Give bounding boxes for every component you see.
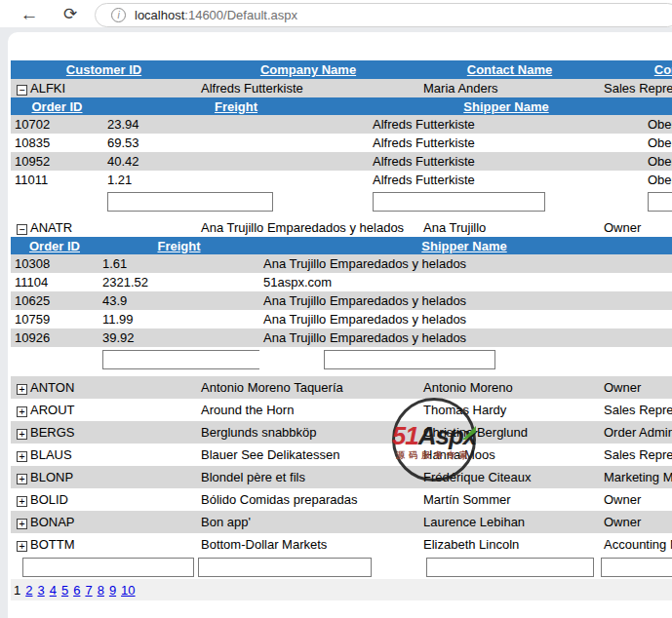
contact-name: Hanna Moos [419,444,600,466]
filter-company-input[interactable] [198,558,372,577]
filter-address-input[interactable] [648,192,672,212]
company-name: Blauer See Delikatessen [197,444,419,466]
order-row: 10702 23.94 Alfreds Futterkiste Obere St… [11,115,672,134]
filter-freight-input[interactable] [102,350,259,369]
customer-id: BOTTM [30,537,75,552]
collapse-icon[interactable]: − [17,85,27,96]
order-row: 11011 1.21 Alfreds Futterkiste Obere Str… [11,171,672,189]
page-link[interactable]: 7 [85,583,92,598]
shipper-name: Ana Trujillo Emparedados y helados [259,291,669,310]
page-link[interactable]: 4 [50,583,57,598]
contact-title: Marketing Manager [600,466,672,488]
site-info-icon[interactable]: i [111,8,126,22]
page-link[interactable]: 3 [37,583,44,598]
table-row: +BERGS Berglunds snabbköp Christina Berg… [11,421,672,444]
contact-name: Laurence Lebihan [419,511,600,533]
page-link[interactable]: 10 [121,583,135,598]
order-row: 10926 39.92 Ana Trujillo Emparedados y h… [11,328,672,347]
order-id: 10835 [11,134,103,152]
refresh-icon[interactable]: ⟳ [57,2,84,27]
orders-grid-alfki: Order ID Freight Shipper Name 10702 23.9… [11,97,672,214]
company-name: Berglunds snabbköp [197,421,419,444]
order-id: 11011 [11,171,103,189]
expand-icon[interactable]: + [17,541,27,552]
collapse-icon[interactable]: − [17,224,27,235]
sort-shipper-name[interactable]: Shipper Name [421,239,506,253]
order-id: 10926 [11,328,99,347]
customer-id: BLONP [30,470,73,484]
expand-icon[interactable]: + [17,496,27,507]
order-id: 10308 [11,254,99,273]
order-id: 10952 [11,152,103,171]
contact-title: Owner [600,376,672,399]
back-icon[interactable]: ← [16,2,43,27]
nested-orders-row: Order ID Freight Shipper Name 10702 23.9… [11,97,672,218]
filter-title-input[interactable] [601,558,672,577]
contact-title: Owner [600,218,672,237]
contact-name: Maria Anders [419,79,600,97]
ship-address: Obere Str. 57 [644,115,672,134]
sort-customer-id[interactable]: Customer ID [66,62,141,77]
shipper-name: Alfreds Futterkiste [369,171,644,189]
freight: 23.94 [103,115,369,134]
contact-title: Sales Representative [600,79,672,97]
company-name: Bottom-Dollar Markets [197,533,419,556]
address-bar[interactable]: i localhost:14600/Default.aspx [95,3,672,27]
order-row: 10308 1.61 Ana Trujillo Emparedados y he… [11,254,672,273]
filter-customer-id-input[interactable] [22,558,194,577]
shipper-name: 51aspx.com [259,273,669,291]
filter-shipper-input[interactable] [373,192,545,212]
sort-contact-name[interactable]: Contact Name [467,62,552,77]
contact-title: Accounting Manager [600,533,672,556]
sort-freight[interactable]: Freight [215,99,257,114]
page-link[interactable]: 2 [25,583,32,598]
expand-icon[interactable]: + [17,384,27,395]
page-link[interactable]: 6 [73,583,80,598]
sort-contact-title[interactable]: Contact Title [654,62,672,77]
url-text: localhost:14600/Default.aspx [135,8,297,22]
contact-name: Antonio Moreno [419,376,600,399]
table-row: +BOLID Bólido Comidas preparadas Martín … [11,488,672,511]
filter-freight-input[interactable] [107,192,273,212]
ship-address: Obere Str. 57 [644,134,672,152]
filter-shipper-input[interactable] [324,350,495,369]
shipper-name: Alfreds Futterkiste [369,115,644,134]
expand-icon[interactable]: + [17,429,27,440]
orders-header-row: Order ID Freight Shipper Name [11,97,672,115]
filter-contact-input[interactable] [426,558,594,577]
order-id: 11104 [11,273,99,291]
contact-name: Frédérique Citeaux [419,466,600,488]
expand-icon[interactable]: + [17,474,27,484]
expand-icon[interactable]: + [17,406,27,417]
customer-id: BOLID [30,492,68,507]
contact-title: Order Administrator [600,421,672,444]
browser-toolbar: ← ⟳ i localhost:14600/Default.aspx [0,0,672,29]
table-row: +ANTON Antonio Moreno Taquería Antonio M… [11,376,672,399]
order-row: 11104 2321.52 51aspx.com [11,273,672,291]
page-content: Customer ID Company Name Contact Name Co… [8,32,672,618]
sort-order-id[interactable]: Order ID [31,99,82,114]
expand-icon[interactable]: + [17,519,27,529]
expand-icon[interactable]: + [17,451,27,462]
ship-address: Obere Str. 57 [644,171,672,189]
company-name: Ana Trujillo Emparedados y helados [197,218,419,237]
customer-id: BONAP [30,515,75,529]
url-host: localhost [135,8,184,22]
sort-freight[interactable]: Freight [157,239,200,253]
shipper-name: Alfreds Futterkiste [369,152,644,171]
page-link[interactable]: 9 [109,583,116,598]
table-row: +BLAUS Blauer See Delikatessen Hanna Moo… [11,444,672,466]
freight: 39.92 [99,328,259,347]
contact-name: Martín Sommer [419,488,600,511]
sort-order-id[interactable]: Order ID [29,239,80,253]
page-link[interactable]: 5 [61,583,68,598]
sort-shipper-name[interactable]: Shipper Name [463,99,548,114]
order-row: 10759 11.99 Ana Trujillo Emparedados y h… [11,310,672,328]
order-id: 10702 [11,115,103,134]
sort-company-name[interactable]: Company Name [260,62,356,77]
table-row: +BONAP Bon app' Laurence Lebihan Owner [11,511,672,533]
page-link[interactable]: 8 [98,583,104,598]
freight: 43.9 [99,291,259,310]
company-name: Bon app' [197,511,419,533]
order-id: 10625 [11,291,99,310]
